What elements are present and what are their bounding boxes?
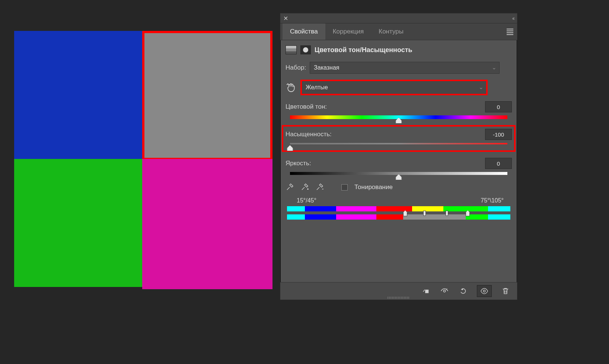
colorize-checkbox[interactable]: [341, 184, 348, 191]
saturation-label: Насыщенность:: [286, 131, 485, 138]
mask-icon[interactable]: [300, 45, 311, 54]
panel-menu-icon[interactable]: [507, 29, 513, 35]
trash-icon[interactable]: [501, 287, 510, 296]
tab-adjustments[interactable]: Коррекция: [325, 23, 372, 40]
swatch-blue: [14, 31, 142, 159]
svg-point-2: [483, 290, 485, 292]
eyedropper-subtract-icon[interactable]: [315, 182, 325, 192]
visibility-icon[interactable]: [477, 285, 492, 297]
svg-point-1: [443, 290, 446, 292]
panel-footer: [280, 282, 517, 300]
chevron-down-icon: ⌵: [493, 66, 495, 70]
canvas[interactable]: [14, 31, 272, 289]
saturation-input[interactable]: [485, 129, 512, 140]
adjustment-title: Цветовой тон/Насыщенность: [315, 46, 412, 54]
close-icon[interactable]: ✕: [283, 15, 288, 22]
hue-label: Цветовой тон:: [286, 103, 485, 111]
color-range-value: Желтые: [306, 84, 328, 91]
scrubby-hand-icon[interactable]: [286, 82, 297, 93]
preset-dropdown[interactable]: Заказная ⌵: [310, 62, 500, 74]
range-right: 75°\105°: [481, 197, 504, 204]
swatch-magenta: [142, 159, 272, 289]
color-range-dropdown[interactable]: Желтые ⌵: [300, 80, 488, 95]
chevron-down-icon: ⌵: [480, 85, 482, 90]
range-inner-end[interactable]: [446, 211, 448, 216]
collapse-icon[interactable]: ‹‹: [512, 15, 514, 21]
preset-label: Набор:: [286, 64, 306, 71]
tab-paths[interactable]: Контуры: [371, 23, 411, 40]
svg-rect-0: [425, 290, 428, 293]
preset-value: Заказная: [314, 64, 339, 71]
lightness-thumb[interactable]: [396, 174, 402, 180]
properties-panel: ✕ ‹‹ Свойства Коррекция Контуры Цветовой…: [280, 13, 517, 300]
saturation-slider[interactable]: [290, 143, 507, 147]
reset-icon[interactable]: [458, 287, 468, 296]
color-spectrum[interactable]: [287, 206, 510, 220]
hue-slider[interactable]: [290, 115, 507, 119]
tab-properties[interactable]: Свойства: [283, 23, 325, 40]
lightness-input[interactable]: [485, 158, 512, 169]
colorize-label: Тонирование: [354, 183, 393, 191]
hue-sat-icon[interactable]: [286, 45, 297, 54]
hue-input[interactable]: [485, 101, 512, 112]
lightness-label: Яркость:: [286, 160, 485, 167]
resize-grip[interactable]: [388, 297, 410, 299]
swatch-gray: [142, 31, 272, 160]
saturation-thumb[interactable]: [287, 145, 293, 151]
swatch-green: [14, 159, 142, 287]
range-inner-start[interactable]: [423, 211, 426, 216]
eyedropper-icon[interactable]: [286, 182, 295, 192]
lightness-slider[interactable]: [290, 172, 507, 176]
eyedropper-add-icon[interactable]: [300, 182, 310, 192]
view-previous-icon[interactable]: [440, 287, 449, 296]
range-left: 15°/45°: [297, 197, 316, 204]
clip-to-layer-icon[interactable]: [421, 287, 431, 296]
